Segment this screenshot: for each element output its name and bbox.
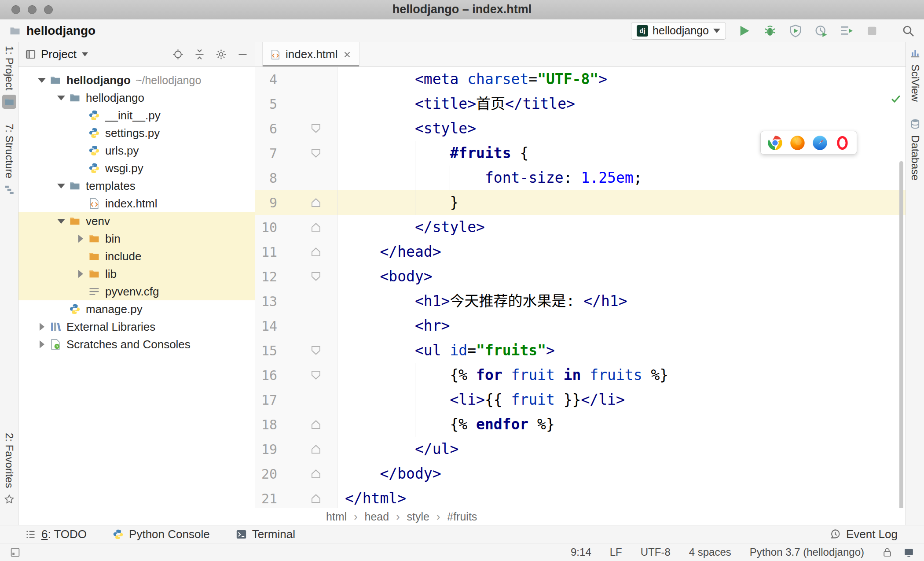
inspection-ok-icon[interactable] [890,92,902,105]
code-line-11[interactable]: 11 </head> [255,240,906,264]
chevron-down-icon[interactable] [54,180,69,192]
tree-item-manage-py[interactable]: manage.py [18,300,255,318]
code-text[interactable]: <body> [337,264,906,289]
tree-item-templates[interactable]: templates [18,177,255,195]
settings-button[interactable] [215,48,227,60]
fold-area[interactable] [277,247,337,256]
tree-item-bin[interactable]: bin [18,230,255,247]
code-text[interactable]: <hr> [337,314,906,338]
fold-marker-icon[interactable] [312,223,320,232]
chevron-right-icon[interactable] [73,233,88,245]
tool-button-favorites[interactable]: 2: Favorites [2,433,16,506]
run-configuration-selector[interactable]: dj hellodjango [631,22,726,40]
concurrency-diagram-button[interactable] [840,24,854,38]
code-line-16[interactable]: 16 {% for fruit in fruits %} [255,363,906,388]
status-interpreter[interactable]: Python 3.7 (hellodjango) [750,546,864,558]
code-line-9[interactable]: 9 } [255,190,906,215]
status-indent[interactable]: 4 spaces [689,546,731,558]
opera-icon[interactable] [834,135,851,151]
fold-area[interactable] [277,469,337,478]
tree-item-scratches-and-consoles[interactable]: Scratches and Consoles [18,336,255,353]
code-line-4[interactable]: 4 <meta charset="UTF-8"> [255,67,906,92]
profiler-button[interactable] [814,24,828,38]
fold-area[interactable] [277,149,337,158]
tree-item-init-py[interactable]: __init__.py [18,107,255,124]
code-text[interactable]: <ul id="fruits"> [337,338,906,363]
fold-area[interactable] [277,124,337,133]
breadcrumb-item-html[interactable]: html [326,510,347,523]
code-text[interactable]: </ul> [337,437,906,461]
fold-marker-icon[interactable] [312,124,320,133]
fold-area[interactable] [277,223,337,232]
tree-item-pyvenv-cfg[interactable]: pyvenv.cfg [18,283,255,300]
code-line-10[interactable]: 10 </style> [255,215,906,240]
chevron-right-icon[interactable] [34,321,49,333]
code-text[interactable]: font-size: 1.25em; [337,166,906,190]
code-text[interactable]: {% endfor %} [337,412,906,437]
code-text[interactable]: </html> [337,486,906,508]
chrome-icon[interactable] [767,135,783,151]
run-with-coverage-button[interactable] [788,24,803,38]
code-text[interactable]: } [337,190,906,215]
fold-marker-icon[interactable] [312,371,320,380]
fold-marker-icon[interactable] [312,247,320,256]
fold-marker-icon[interactable] [312,198,320,207]
status-line-separator[interactable]: LF [610,546,622,558]
project-panel-header[interactable]: Project [18,42,255,67]
tree-item-urls-py[interactable]: urls.py [18,142,255,159]
fold-area[interactable] [277,198,337,207]
code-line-5[interactable]: 5 <title>首页</title> [255,92,906,116]
chevron-down-icon[interactable] [54,92,69,104]
fold-area[interactable] [277,272,337,281]
status-encoding[interactable]: UTF-8 [641,546,671,558]
code-text[interactable]: </head> [337,240,906,264]
toolwindow-switcher-icon[interactable] [10,547,21,558]
chevron-down-icon[interactable] [54,215,69,227]
code-line-20[interactable]: 20 </body> [255,461,906,486]
stop-button[interactable] [865,24,879,38]
fold-marker-icon[interactable] [312,469,320,478]
breadcrumb-item-fruits[interactable]: #fruits [447,510,477,523]
editor-scrollbar[interactable] [899,161,903,508]
code-text[interactable]: <meta charset="UTF-8"> [337,67,906,92]
code-line-14[interactable]: 14 <hr> [255,314,906,338]
tree-item-hellodjango[interactable]: hellodjango [18,89,255,107]
search-button[interactable] [901,24,915,38]
code-text[interactable]: <title>首页</title> [337,92,906,116]
tree-item-external-libraries[interactable]: External Libraries [18,318,255,336]
minimize-window-button[interactable] [28,5,37,14]
status-cursor-position[interactable]: 9:14 [571,546,591,558]
fold-area[interactable] [277,445,337,454]
tree-item-settings-py[interactable]: settings.py [18,124,255,142]
code-line-13[interactable]: 13 <h1>今天推荐的水果是: </h1> [255,289,906,314]
firefox-icon[interactable] [789,135,806,151]
zoom-window-button[interactable] [44,5,53,14]
breadcrumb-item-style[interactable]: style [407,510,429,523]
tool-button-python-console[interactable]: Python Console [112,528,210,541]
tool-button-todo[interactable]: 6: TODO [25,528,87,541]
tool-button-database[interactable]: Database [908,117,922,181]
code-line-17[interactable]: 17 <li>{{ fruit }}</li> [255,388,906,412]
tab-index-html[interactable]: index.html [262,42,359,66]
fold-marker-icon[interactable] [312,494,320,503]
close-window-button[interactable] [11,5,20,14]
tool-button-terminal[interactable]: Terminal [235,528,295,541]
tree-item-lib[interactable]: lib [18,265,255,283]
tool-button-sciview[interactable]: SciView [908,46,922,102]
screen-icon[interactable] [903,547,914,558]
debug-button[interactable] [763,24,777,38]
code-line-18[interactable]: 18 {% endfor %} [255,412,906,437]
tree-item-hellodjango[interactable]: hellodjango~/hellodjango [18,71,255,89]
collapse-all-button[interactable] [194,48,205,60]
tree-item-include[interactable]: include [18,247,255,265]
tree-item-index-html[interactable]: index.html [18,195,255,212]
tool-button-project[interactable]: 1: Project [2,46,16,109]
fold-area[interactable] [277,494,337,503]
code-text[interactable]: {% for fruit in fruits %} [337,363,906,388]
tool-button-event-log[interactable]: Event Log [829,528,898,541]
tree-item-wsgi-py[interactable]: wsgi.py [18,159,255,177]
code-text[interactable]: </body> [337,461,906,486]
fold-area[interactable] [277,371,337,380]
tool-button-structure[interactable]: 7: Structure [2,124,16,197]
code-line-19[interactable]: 19 </ul> [255,437,906,461]
